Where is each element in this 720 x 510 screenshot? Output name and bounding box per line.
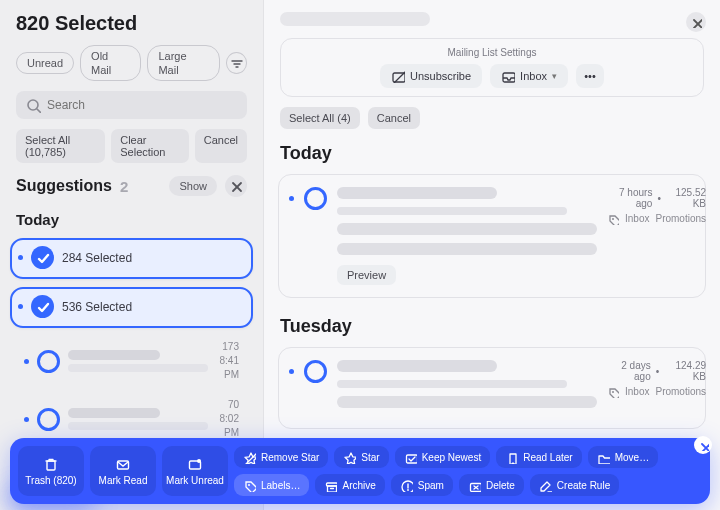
chevron-down-icon: ▾ [552, 71, 557, 81]
unread-dot [24, 359, 29, 364]
search-field[interactable] [16, 91, 247, 119]
label-promotions[interactable]: Promotions [655, 386, 706, 398]
unsubscribe-button[interactable]: Unsubscribe [380, 64, 482, 88]
row-time: 8:41 PM [216, 354, 239, 382]
close-panel-button[interactable] [686, 12, 706, 32]
subject-placeholder [337, 187, 497, 199]
spam-icon [400, 479, 413, 492]
create-rule-button[interactable]: Create Rule [530, 474, 619, 496]
tag-icon [607, 213, 619, 225]
row-count: 70 [216, 398, 239, 412]
mailing-list-title: Mailing List Settings [289, 47, 695, 58]
filter-old-mail[interactable]: Old Mail [80, 45, 141, 81]
message-card[interactable]: 2 days ago • 124.29 KB Inbox Promotions [278, 347, 706, 429]
inbox-menu-label: Inbox [520, 70, 547, 82]
suggestions-title: Suggestions [16, 177, 112, 195]
inbox-menu-button[interactable]: Inbox ▾ [490, 64, 568, 88]
filter-large-mail[interactable]: Large Mail [147, 45, 219, 81]
meta-sep: • [656, 366, 660, 377]
close-icon [690, 16, 702, 28]
right-select-all-button[interactable]: Select All (4) [280, 107, 360, 129]
move-button[interactable]: Move… [588, 446, 658, 468]
show-suggestions-button[interactable]: Show [169, 176, 217, 196]
message-age: 7 hours ago [607, 187, 652, 209]
search-icon [26, 98, 41, 113]
group-day-heading: Today [264, 129, 720, 170]
right-cancel-button[interactable]: Cancel [368, 107, 420, 129]
sender-cluster[interactable]: 536 Selected [10, 287, 253, 328]
select-toggle[interactable] [37, 408, 60, 431]
action-label: Spam [418, 480, 444, 491]
label-promotions[interactable]: Promotions [655, 213, 706, 225]
bookmark-icon [505, 451, 518, 464]
sender-row[interactable]: 173 8:41 PM [10, 334, 253, 388]
trash-button[interactable]: Trash (820) [18, 446, 84, 496]
filter-row: Unread Old Mail Large Mail [16, 45, 247, 81]
meta-sep: • [657, 193, 661, 204]
select-toggle[interactable] [304, 360, 327, 383]
archive-button[interactable]: Archive [315, 474, 384, 496]
mark-read-button[interactable]: Mark Read [90, 446, 156, 496]
action-label: Star [361, 452, 379, 463]
star-button[interactable]: Star [334, 446, 388, 468]
star-off-icon [243, 451, 256, 464]
close-action-bar-button[interactable] [694, 436, 712, 454]
message-card[interactable]: Preview 7 hours ago • 125.52 KB Inbox Pr… [278, 174, 706, 298]
filter-settings-button[interactable] [226, 52, 248, 74]
keep-newest-button[interactable]: Keep Newest [395, 446, 490, 468]
cluster-selected-label: 284 Selected [62, 251, 132, 265]
label-inbox[interactable]: Inbox [625, 386, 649, 398]
rule-icon [539, 479, 552, 492]
action-label: Archive [342, 480, 375, 491]
group-day-heading: Tuesday [264, 302, 720, 343]
action-label: Remove Star [261, 452, 319, 463]
label-inbox[interactable]: Inbox [625, 213, 649, 225]
delete-button[interactable]: Delete [459, 474, 524, 496]
delete-icon [468, 479, 481, 492]
selected-check-icon[interactable] [31, 295, 54, 318]
mark-unread-button[interactable]: Mark Unread [162, 446, 228, 496]
unread-dot [289, 369, 294, 374]
body-placeholder [337, 396, 597, 408]
filter-unread[interactable]: Unread [16, 52, 74, 74]
close-icon [229, 179, 243, 193]
action-label: Delete [486, 480, 515, 491]
mark-read-label: Mark Read [99, 475, 148, 486]
cluster-selected-label: 536 Selected [62, 300, 132, 314]
trash-icon [43, 456, 59, 472]
body-placeholder [337, 243, 597, 255]
search-input[interactable] [47, 98, 237, 112]
more-menu-button[interactable]: ••• [576, 64, 604, 88]
unsubscribe-label: Unsubscribe [410, 70, 471, 82]
selected-check-icon[interactable] [31, 246, 54, 269]
body-placeholder [337, 223, 597, 235]
cancel-button[interactable]: Cancel [195, 129, 247, 163]
remove-star-button[interactable]: Remove Star [234, 446, 328, 468]
labels-button[interactable]: Labels… [234, 474, 309, 496]
more-icon: ••• [584, 70, 596, 82]
unread-dot [289, 196, 294, 201]
dismiss-suggestions-button[interactable] [225, 175, 247, 197]
read-later-button[interactable]: Read Later [496, 446, 581, 468]
keep-icon [404, 451, 417, 464]
unread-dot [18, 304, 23, 309]
sender-cluster[interactable]: 284 Selected [10, 238, 253, 279]
select-toggle[interactable] [304, 187, 327, 210]
select-all-button[interactable]: Select All (10,785) [16, 129, 105, 163]
preview-button[interactable]: Preview [337, 265, 396, 285]
clear-selection-button[interactable]: Clear Selection [111, 129, 189, 163]
snippet-placeholder [337, 207, 567, 215]
spam-button[interactable]: Spam [391, 474, 453, 496]
folder-icon [597, 451, 610, 464]
message-size: 125.52 KB [666, 187, 706, 209]
filter-icon [229, 56, 243, 70]
subject-placeholder [337, 360, 497, 372]
mark-read-icon [115, 456, 131, 472]
select-toggle[interactable] [37, 350, 60, 373]
mark-unread-icon [187, 456, 203, 472]
trash-label: Trash (820) [25, 475, 76, 486]
message-age: 2 days ago [607, 360, 651, 382]
message-size: 124.29 KB [664, 360, 706, 382]
action-label: Labels… [261, 480, 300, 491]
unsubscribe-icon [391, 69, 405, 83]
